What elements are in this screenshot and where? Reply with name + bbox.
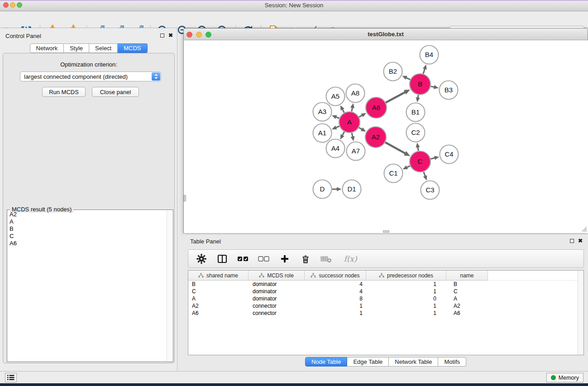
column-header-name[interactable]: name xyxy=(446,271,488,281)
resize-grip-left[interactable] xyxy=(184,195,186,201)
cell-name[interactable]: A2 xyxy=(446,302,488,310)
cell-MCDS-role[interactable]: connector xyxy=(249,310,305,317)
graph-node-D1[interactable]: D1 xyxy=(343,180,361,199)
mcds-result-item[interactable]: C xyxy=(8,233,167,240)
tab-network[interactable]: Network xyxy=(29,43,64,53)
column-header-predecessor-nodes[interactable]: predecessor nodes xyxy=(366,271,446,281)
cell-shared-name[interactable]: C xyxy=(188,288,249,295)
criterion-select[interactable]: largest connected component (directed) xyxy=(20,71,161,81)
cell-MCDS-role[interactable]: connector xyxy=(249,302,305,310)
graph-edge-B-B1[interactable] xyxy=(416,95,420,102)
cell-predecessor-nodes[interactable]: 1 xyxy=(366,310,446,317)
tab-style[interactable]: Style xyxy=(64,43,89,53)
cell-predecessor-nodes[interactable]: 1 xyxy=(366,288,446,295)
mcds-result-item[interactable]: A6 xyxy=(8,240,167,247)
graph-edge-A-A6[interactable] xyxy=(359,113,366,117)
graph-edge-C-C2[interactable] xyxy=(416,143,420,151)
graph-edge-C-C1[interactable] xyxy=(403,165,410,169)
table-row[interactable]: A2connector11A2 xyxy=(188,302,578,310)
graph-edge-A-A1[interactable] xyxy=(332,125,339,129)
close-panel-button[interactable]: Close panel xyxy=(92,87,139,97)
graph-node-B4[interactable]: B4 xyxy=(420,46,439,64)
select-all-button[interactable] xyxy=(236,252,250,266)
graph-edge-A-A2[interactable] xyxy=(359,127,366,131)
graph-node-D[interactable]: D xyxy=(313,180,332,199)
task-history-button[interactable] xyxy=(5,373,17,382)
cell-successor-nodes[interactable]: 8 xyxy=(305,295,366,302)
graph-edge-C-C3[interactable] xyxy=(423,172,427,181)
graph-node-A6[interactable]: A6 xyxy=(366,97,387,118)
deselect-all-button[interactable] xyxy=(257,252,271,266)
graph-edge-B-B4[interactable] xyxy=(423,65,427,74)
table-row[interactable]: Cdominator41C xyxy=(188,288,578,295)
graph-edge-A-A8[interactable] xyxy=(350,103,354,111)
cell-MCDS-role[interactable]: dominator xyxy=(249,288,305,295)
cell-MCDS-role[interactable]: dominator xyxy=(249,295,305,302)
tab-node-table[interactable]: Node Table xyxy=(305,357,348,367)
resize-grip-bottom[interactable] xyxy=(383,230,389,233)
table-row[interactable]: Bdominator41B xyxy=(188,281,578,288)
graph-edge-A6-B[interactable] xyxy=(386,90,410,103)
run-mcds-button[interactable]: Run MCDS xyxy=(42,87,86,97)
float-panel-icon[interactable] xyxy=(160,33,164,38)
table-row[interactable]: Adominator80A xyxy=(188,295,578,302)
cell-predecessor-nodes[interactable]: 1 xyxy=(366,281,446,288)
graph-node-A3[interactable]: A3 xyxy=(313,103,332,121)
graph-edge-C-C4[interactable] xyxy=(430,156,439,160)
float-table-panel-icon[interactable] xyxy=(570,239,574,243)
graph-node-A1[interactable]: A1 xyxy=(313,124,332,143)
cell-MCDS-role[interactable]: dominator xyxy=(249,281,305,288)
network-canvas[interactable]: B4B2BB3A8A5A6A3B1AC2A1A2A4A7C4CC1DD1C3 xyxy=(184,40,588,233)
graph-edge-A-A4[interactable] xyxy=(340,132,344,139)
graph-node-C2[interactable]: C2 xyxy=(406,124,425,142)
mcds-list-scrollbar[interactable] xyxy=(167,210,172,361)
graph-node-A4[interactable]: A4 xyxy=(326,139,345,158)
column-header-MCDS-role[interactable]: MCDS role xyxy=(249,271,305,281)
mcds-result-item[interactable]: A xyxy=(8,218,167,225)
table-scrollbar[interactable] xyxy=(578,271,583,355)
graph-node-A7[interactable]: A7 xyxy=(347,142,365,161)
graph-node-B[interactable]: B xyxy=(410,74,430,95)
close-panel-icon[interactable]: ✖ xyxy=(168,33,173,38)
tab-network-table[interactable]: Network Table xyxy=(389,357,438,367)
table-row[interactable]: A6connector11A6 xyxy=(188,310,578,317)
graph-edge-A-A7[interactable] xyxy=(350,133,354,141)
delete-column-button[interactable] xyxy=(299,252,312,266)
graph-node-B3[interactable]: B3 xyxy=(440,81,458,100)
cell-predecessor-nodes[interactable]: 1 xyxy=(366,302,446,310)
add-column-button[interactable] xyxy=(278,252,292,266)
cell-successor-nodes[interactable]: 1 xyxy=(305,310,366,317)
table-settings-button[interactable] xyxy=(195,252,208,266)
network-window-titlebar[interactable]: testGlobe.txt xyxy=(184,29,588,40)
graph-edge-A-A5[interactable] xyxy=(340,105,344,113)
cell-predecessor-nodes[interactable]: 0 xyxy=(366,295,446,302)
tab-select[interactable]: Select xyxy=(89,43,118,53)
graph-node-A8[interactable]: A8 xyxy=(346,84,365,103)
graph-node-A5[interactable]: A5 xyxy=(326,87,345,106)
resize-grip-corner[interactable] xyxy=(581,226,587,232)
graph-node-A[interactable]: A xyxy=(339,112,360,133)
cell-name[interactable]: B xyxy=(446,281,488,288)
mcds-result-item[interactable]: A2 xyxy=(8,211,167,218)
graph-edge-A2-C[interactable] xyxy=(385,143,410,156)
cell-successor-nodes[interactable]: 4 xyxy=(305,281,366,288)
graph-node-C[interactable]: C xyxy=(410,151,430,172)
cell-name[interactable]: A6 xyxy=(446,310,488,317)
cell-shared-name[interactable]: B xyxy=(188,281,249,288)
graph-node-B2[interactable]: B2 xyxy=(384,62,402,81)
graph-edge-A-A3[interactable] xyxy=(332,115,339,119)
graph-edge-B-B3[interactable] xyxy=(431,85,439,89)
cell-shared-name[interactable]: A xyxy=(188,295,249,302)
column-view-button[interactable] xyxy=(215,252,229,266)
cell-name[interactable]: C xyxy=(446,288,488,295)
graph-node-C3[interactable]: C3 xyxy=(421,181,440,200)
mcds-result-item[interactable]: B xyxy=(8,225,167,233)
cell-shared-name[interactable]: A2 xyxy=(188,302,249,310)
tab-motifs[interactable]: Motifs xyxy=(438,357,466,367)
column-header-successor-nodes[interactable]: successor nodes xyxy=(305,271,366,281)
close-table-panel-icon[interactable]: ✖ xyxy=(578,238,583,243)
graph-node-C4[interactable]: C4 xyxy=(440,145,459,164)
column-header-shared-name[interactable]: shared name xyxy=(188,271,249,281)
tab-mcds[interactable]: MCDS xyxy=(118,43,147,53)
graph-node-C1[interactable]: C1 xyxy=(384,164,403,183)
